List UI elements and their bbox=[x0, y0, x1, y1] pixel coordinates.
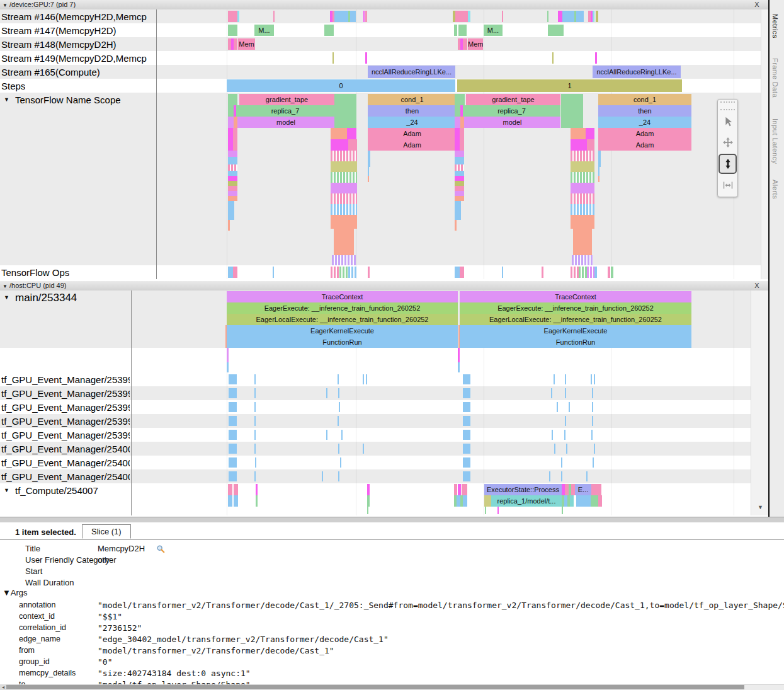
trace-event[interactable] bbox=[557, 402, 558, 412]
trace-event[interactable]: replica_7 bbox=[463, 105, 560, 117]
trace-event[interactable] bbox=[228, 171, 237, 176]
trace-event[interactable] bbox=[549, 471, 550, 481]
trace-event[interactable]: gradient_tape bbox=[239, 94, 334, 105]
trace-event[interactable]: Mem bbox=[238, 38, 255, 50]
trace-event[interactable] bbox=[571, 139, 587, 151]
trace-event[interactable] bbox=[592, 402, 593, 412]
side-tab-frame-data[interactable]: Frame Data bbox=[771, 58, 779, 98]
trace-event[interactable] bbox=[463, 457, 470, 468]
trace-event[interactable] bbox=[569, 402, 570, 412]
trace-event[interactable] bbox=[368, 151, 370, 167]
trace-event[interactable] bbox=[338, 416, 339, 426]
trace-event[interactable]: model bbox=[464, 117, 560, 128]
trace-event[interactable] bbox=[594, 444, 595, 454]
trace-event[interactable] bbox=[579, 267, 587, 278]
trace-event[interactable]: replica_1/model/t... bbox=[491, 495, 562, 507]
collapse-arrow-icon[interactable]: ▼ bbox=[4, 96, 9, 103]
trace-event[interactable] bbox=[331, 128, 347, 139]
row-label[interactable]: tf_GPU_Event_Manager/253993 bbox=[1, 388, 130, 400]
trace-event[interactable] bbox=[455, 117, 460, 128]
trace-event[interactable] bbox=[460, 128, 464, 139]
trace-event[interactable] bbox=[228, 186, 237, 191]
trace-event[interactable] bbox=[228, 191, 237, 196]
trace-event[interactable]: EagerLocalExecute: __inference_train_fun… bbox=[460, 314, 691, 325]
row-label[interactable]: tf_GPU_Event_Manager/253997 bbox=[1, 415, 130, 428]
trace-event[interactable] bbox=[561, 457, 562, 468]
trace-event[interactable] bbox=[350, 11, 356, 22]
trace-event[interactable]: E... bbox=[575, 484, 591, 495]
trace-event[interactable] bbox=[571, 183, 594, 193]
trace-event[interactable]: _24 bbox=[368, 117, 457, 128]
trace-event[interactable] bbox=[347, 128, 356, 139]
trace-event[interactable] bbox=[338, 471, 339, 481]
trace-event[interactable] bbox=[572, 255, 593, 265]
trace-event[interactable] bbox=[591, 374, 592, 384]
collapse-arrow-icon[interactable]: ▼ bbox=[4, 294, 9, 301]
selection-tool-button[interactable] bbox=[719, 112, 736, 131]
scroll-down-arrow-icon[interactable]: ▼ bbox=[758, 504, 763, 510]
trace-event[interactable]: ncclAllReduceRingLLKe... bbox=[368, 66, 455, 78]
trace-event[interactable] bbox=[229, 457, 237, 468]
trace-event[interactable] bbox=[233, 128, 237, 139]
trace-event[interactable] bbox=[562, 11, 574, 22]
trace-event[interactable] bbox=[256, 495, 258, 507]
trace-event[interactable] bbox=[460, 139, 464, 151]
trace-event[interactable]: 0 bbox=[227, 79, 455, 92]
trace-event[interactable] bbox=[367, 484, 370, 495]
trace-event[interactable] bbox=[237, 11, 239, 22]
trace-event[interactable] bbox=[254, 444, 256, 454]
trace-event[interactable] bbox=[593, 457, 594, 468]
trace-event[interactable] bbox=[564, 430, 565, 440]
trace-event[interactable] bbox=[565, 416, 566, 426]
row-label[interactable]: Stream #147(MemcpyH2D) bbox=[1, 25, 116, 37]
trace-event[interactable] bbox=[228, 25, 237, 36]
trace-event[interactable] bbox=[255, 457, 256, 468]
trace-event[interactable] bbox=[455, 220, 457, 231]
trace-event[interactable] bbox=[228, 157, 237, 164]
trace-event[interactable]: _24 bbox=[598, 117, 691, 128]
trace-event[interactable] bbox=[571, 128, 586, 139]
trace-event[interactable] bbox=[368, 267, 370, 278]
trace-event[interactable] bbox=[331, 151, 357, 161]
trace-event[interactable] bbox=[229, 416, 237, 426]
tab-slice[interactable]: Slice (1) bbox=[82, 524, 131, 539]
collapse-arrow-icon[interactable]: ▼ bbox=[3, 3, 8, 8]
trace-event[interactable] bbox=[228, 164, 237, 171]
trace-event[interactable] bbox=[591, 495, 598, 507]
scroll-left-arrow-icon[interactable]: ◄ bbox=[0, 684, 6, 690]
trace-event[interactable] bbox=[229, 388, 237, 398]
trace-event[interactable] bbox=[228, 196, 237, 201]
trace-event[interactable]: TraceContext bbox=[227, 291, 458, 302]
trace-event[interactable] bbox=[598, 495, 602, 507]
trace-event[interactable] bbox=[455, 186, 464, 191]
trace-event[interactable] bbox=[331, 267, 339, 278]
trace-event[interactable] bbox=[331, 193, 357, 204]
trace-event[interactable]: Mem bbox=[468, 38, 483, 50]
trace-event[interactable] bbox=[598, 176, 599, 182]
trace-event[interactable]: M... bbox=[254, 25, 274, 36]
trace-event[interactable] bbox=[334, 117, 356, 128]
trace-event[interactable] bbox=[228, 181, 237, 186]
trace-event[interactable] bbox=[571, 193, 594, 204]
trace-event[interactable] bbox=[571, 151, 594, 161]
trace-event[interactable] bbox=[368, 176, 369, 182]
trace-event[interactable] bbox=[463, 38, 467, 50]
trace-event[interactable] bbox=[463, 495, 467, 507]
timeline-row[interactable] bbox=[0, 348, 751, 372]
trace-event[interactable] bbox=[565, 374, 566, 384]
trace-event[interactable] bbox=[598, 167, 599, 176]
trace-event[interactable] bbox=[573, 229, 592, 246]
trace-event[interactable] bbox=[331, 172, 357, 183]
trace-event[interactable] bbox=[593, 11, 594, 22]
trace-event[interactable] bbox=[229, 444, 237, 454]
trace-event[interactable] bbox=[455, 191, 464, 196]
trace-event[interactable]: TraceContext bbox=[460, 291, 691, 302]
trace-event[interactable] bbox=[542, 267, 543, 278]
cpu-vertical-scrollbar[interactable] bbox=[751, 290, 769, 515]
trace-event[interactable] bbox=[455, 157, 464, 164]
trace-event[interactable] bbox=[363, 11, 365, 22]
trace-event[interactable] bbox=[571, 267, 579, 278]
trace-event[interactable] bbox=[586, 471, 588, 481]
trace-event[interactable] bbox=[565, 388, 566, 398]
trace-event[interactable]: Adam bbox=[368, 139, 457, 151]
